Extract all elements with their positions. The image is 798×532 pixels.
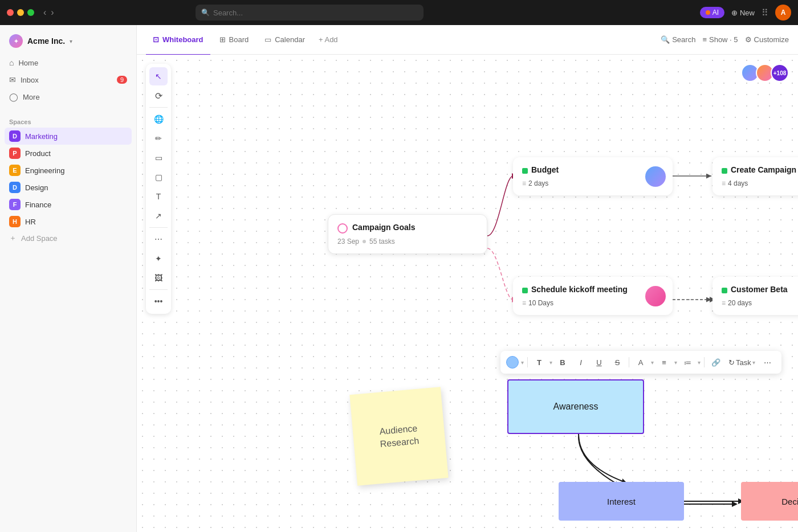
sidebar-item-more[interactable]: ◯ More bbox=[5, 89, 132, 105]
color-picker-button[interactable] bbox=[506, 356, 519, 369]
topbar-right-actions: AI ⊕ New ⠿ A bbox=[700, 5, 791, 21]
show-button[interactable]: ≡ Show · 5 bbox=[702, 35, 738, 44]
budget-status-dot bbox=[522, 168, 528, 174]
create-campaign-days: ≡ 4 days bbox=[722, 179, 798, 187]
tab-calendar[interactable]: ▭ Calendar bbox=[258, 32, 312, 47]
space-label: Marketing bbox=[25, 132, 58, 141]
more-options-button[interactable]: ⋯ bbox=[760, 354, 776, 370]
bold-button[interactable]: B bbox=[555, 354, 571, 370]
inbox-badge: 9 bbox=[117, 76, 127, 84]
space-dot-marketing: D bbox=[9, 130, 21, 142]
decision-shape[interactable]: Decision bbox=[741, 482, 798, 521]
more-tool[interactable]: ••• bbox=[149, 292, 168, 310]
schedule-days: ≡ 10 Days bbox=[522, 299, 641, 307]
sidebar-item-home[interactable]: ⌂ Home bbox=[5, 55, 132, 71]
toolbar-separator bbox=[527, 357, 528, 367]
space-dot-product: P bbox=[9, 148, 21, 159]
space-item-hr[interactable]: H HR bbox=[5, 213, 132, 230]
avatar-count: +108 bbox=[771, 64, 789, 82]
space-item-design[interactable]: D Design bbox=[5, 179, 132, 196]
interest-shape[interactable]: Interest bbox=[559, 482, 684, 521]
global-search-input[interactable] bbox=[213, 9, 418, 17]
close-dot[interactable] bbox=[7, 9, 14, 16]
task-button[interactable]: ↻ Task ▾ bbox=[726, 354, 758, 370]
arrows-layer bbox=[137, 55, 798, 532]
show-icon: ≡ bbox=[702, 35, 707, 44]
space-item-marketing[interactable]: D Marketing bbox=[5, 128, 132, 145]
sidebar-item-label: More bbox=[23, 93, 40, 101]
space-label: Product bbox=[25, 149, 51, 158]
sticky-note-audience-research[interactable]: AudienceResearch bbox=[349, 387, 448, 485]
awareness-shape[interactable]: Awareness bbox=[507, 379, 644, 434]
sticky-note-text: AudienceResearch bbox=[378, 422, 420, 451]
user-avatar[interactable]: A bbox=[775, 5, 791, 21]
hand-tool[interactable]: ↗ bbox=[149, 207, 168, 225]
strikethrough-button[interactable]: S bbox=[609, 354, 625, 370]
create-campaign-status-dot bbox=[722, 168, 727, 174]
link-button[interactable]: 🔗 bbox=[708, 354, 724, 370]
global-search-bar[interactable]: 🔍 bbox=[196, 5, 424, 21]
interest-label: Interest bbox=[607, 497, 636, 506]
maximize-dot[interactable] bbox=[27, 9, 34, 16]
add-space-button[interactable]: ＋ Add Space bbox=[5, 230, 132, 246]
space-item-engineering[interactable]: E Engineering bbox=[5, 162, 132, 179]
task-label: Task bbox=[736, 358, 751, 367]
customer-beta-card[interactable]: Customer Beta ≡ 20 days bbox=[712, 277, 798, 315]
align-button[interactable]: ≡ bbox=[656, 354, 672, 370]
new-button[interactable]: ⊕ New bbox=[731, 9, 755, 17]
italic-button[interactable]: I bbox=[573, 354, 589, 370]
minimize-dot[interactable] bbox=[17, 9, 24, 16]
format-toolbar: ▾ T ▾ B I U S A ▾ ≡ ▾ ≔ ▾ 🔗 ↻ Task bbox=[500, 351, 781, 374]
plus-icon: ⊕ bbox=[731, 9, 738, 17]
decision-label: Decision bbox=[781, 497, 798, 506]
brand-logo: ✦ bbox=[9, 34, 23, 48]
space-dot-engineering: E bbox=[9, 165, 21, 176]
budget-card[interactable]: Budget ≡ 2 days bbox=[513, 157, 673, 195]
search-button[interactable]: 🔍 Search bbox=[661, 35, 695, 44]
sidebar-item-label: Inbox bbox=[21, 76, 39, 84]
cursor-tool[interactable]: ↖ bbox=[149, 67, 168, 85]
pen-tool[interactable]: ✏ bbox=[149, 129, 168, 148]
font-color-button[interactable]: A bbox=[633, 354, 649, 370]
space-label: Finance bbox=[25, 200, 51, 209]
rect-tool[interactable]: ▭ bbox=[149, 149, 168, 167]
space-item-product[interactable]: P Product bbox=[5, 145, 132, 162]
forward-icon[interactable]: › bbox=[51, 7, 54, 18]
sparkle-tool[interactable]: ✦ bbox=[149, 249, 168, 268]
campaign-goals-card[interactable]: Campaign Goals 23 Sep 55 tasks bbox=[328, 214, 487, 254]
customize-button[interactable]: ⚙ Customize bbox=[745, 35, 789, 44]
chevron-down-icon: ▾ bbox=[752, 359, 755, 366]
grid-icon[interactable]: ⠿ bbox=[762, 7, 768, 18]
text-tool[interactable]: T bbox=[149, 187, 168, 206]
share-tool[interactable]: ⋯ bbox=[149, 230, 168, 248]
sidebar-item-inbox[interactable]: ✉ Inbox 9 bbox=[5, 72, 132, 88]
space-item-finance[interactable]: F Finance bbox=[5, 196, 132, 213]
tab-label: Board bbox=[229, 35, 249, 44]
show-label: Show · 5 bbox=[709, 35, 738, 44]
font-size-button[interactable]: T bbox=[531, 354, 547, 370]
tab-add-button[interactable]: + Add bbox=[314, 32, 343, 47]
create-campaign-card[interactable]: Create Campaign ≡ 4 days bbox=[712, 157, 798, 195]
chevron-down-icon: ▾ bbox=[70, 38, 72, 44]
meta-separator bbox=[363, 240, 366, 243]
image-tool[interactable]: 🖼 bbox=[149, 269, 168, 287]
tab-whiteboard[interactable]: ⊡ Whiteboard bbox=[146, 32, 210, 47]
more-icon: ◯ bbox=[9, 92, 18, 101]
ai-badge[interactable]: AI bbox=[700, 7, 724, 18]
whiteboard-canvas[interactable]: ↖ ⟳ 🌐 ✏ ▭ ▢ T ↗ ⋯ ✦ 🖼 ••• +108 bbox=[137, 55, 798, 532]
whiteboard-tab-icon: ⊡ bbox=[153, 35, 159, 44]
magic-tool[interactable]: ⟳ bbox=[149, 87, 168, 105]
home-icon: ⌂ bbox=[9, 58, 14, 67]
content-area: ⊡ Whiteboard ⊞ Board ▭ Calendar + Add 🔍 … bbox=[137, 25, 798, 532]
schedule-status-dot bbox=[522, 288, 528, 293]
schedule-card[interactable]: Schedule kickoff meeting ≡ 10 Days bbox=[513, 277, 673, 315]
note-tool[interactable]: ▢ bbox=[149, 168, 168, 186]
lines-icon: ≡ bbox=[522, 179, 526, 187]
back-icon[interactable]: ‹ bbox=[43, 7, 46, 18]
brand[interactable]: ✦ Acme Inc. ▾ bbox=[5, 32, 132, 55]
globe-tool[interactable]: 🌐 bbox=[149, 110, 168, 128]
tab-board[interactable]: ⊞ Board bbox=[213, 32, 256, 47]
list-button[interactable]: ≔ bbox=[679, 354, 695, 370]
create-campaign-title: Create Campaign bbox=[731, 165, 796, 174]
underline-button[interactable]: U bbox=[591, 354, 607, 370]
